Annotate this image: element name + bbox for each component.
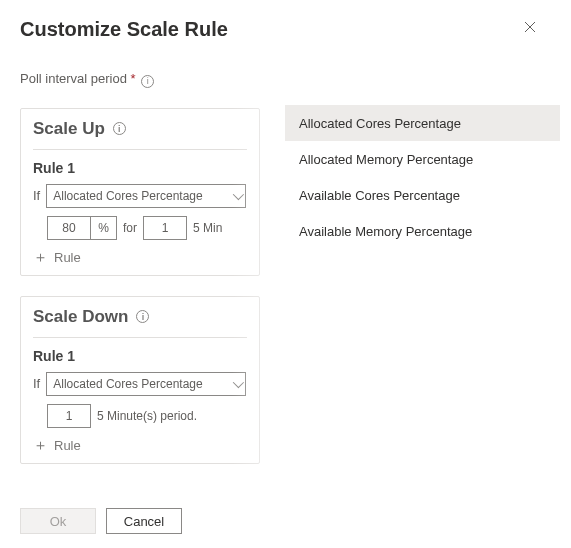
metric-select-value: Allocated Cores Percentage <box>53 189 202 203</box>
metric-dropdown-popup: Allocated Cores Percentage Allocated Mem… <box>285 105 560 249</box>
dropdown-option[interactable]: Available Cores Percentage <box>285 177 560 213</box>
ok-button[interactable]: Ok <box>20 508 96 534</box>
close-icon <box>524 21 536 33</box>
scale-down-heading: Scale Down i <box>33 307 247 338</box>
cancel-button[interactable]: Cancel <box>106 508 182 534</box>
footer: Ok Cancel <box>20 508 182 534</box>
info-icon[interactable]: i <box>141 75 154 88</box>
scale-down-rule1-title: Rule 1 <box>33 348 247 364</box>
metric-select[interactable]: Allocated Cores Percentage <box>46 372 246 396</box>
dropdown-option[interactable]: Available Memory Percentage <box>285 213 560 249</box>
duration-input[interactable] <box>143 216 187 240</box>
plus-icon: ＋ <box>33 436 48 455</box>
add-rule-label: Rule <box>54 250 81 265</box>
required-mark: * <box>131 71 136 86</box>
chevron-down-icon <box>233 188 244 199</box>
scale-up-title: Scale Up <box>33 119 105 139</box>
dropdown-option[interactable]: Allocated Memory Percentage <box>285 141 560 177</box>
duration-trail: 5 Minute(s) period. <box>97 409 197 423</box>
percent-unit: % <box>91 216 117 240</box>
duration-trail: 5 Min <box>193 221 222 235</box>
add-rule-label: Rule <box>54 438 81 453</box>
for-label: for <box>123 221 137 235</box>
scale-up-heading: Scale Up i <box>33 119 247 150</box>
scale-down-title: Scale Down <box>33 307 128 327</box>
add-rule-button[interactable]: ＋ Rule <box>33 248 247 267</box>
add-rule-button[interactable]: ＋ Rule <box>33 436 247 455</box>
scale-up-rule1-title: Rule 1 <box>33 160 247 176</box>
scale-up-rule1-row2: % for 5 Min <box>33 216 247 240</box>
if-label: If <box>33 376 40 391</box>
scale-down-section: Scale Down i Rule 1 If Allocated Cores P… <box>20 296 260 464</box>
scale-rule-panel: Customize Scale Rule Poll interval perio… <box>0 0 280 548</box>
info-icon[interactable]: i <box>113 122 126 135</box>
dropdown-option[interactable]: Allocated Cores Percentage <box>285 105 560 141</box>
close-button[interactable] <box>520 18 540 38</box>
poll-interval-label: Poll interval period * i <box>20 71 260 88</box>
metric-select-value: Allocated Cores Percentage <box>53 377 202 391</box>
threshold-input[interactable] <box>47 216 91 240</box>
info-icon[interactable]: i <box>136 310 149 323</box>
poll-interval-text: Poll interval period <box>20 71 127 86</box>
scale-up-rule1-row1: If Allocated Cores Percentage <box>33 184 247 208</box>
panel-title: Customize Scale Rule <box>20 18 260 41</box>
plus-icon: ＋ <box>33 248 48 267</box>
metric-select[interactable]: Allocated Cores Percentage <box>46 184 246 208</box>
scale-down-rule1-row1: If Allocated Cores Percentage <box>33 372 247 396</box>
scale-up-section: Scale Up i Rule 1 If Allocated Cores Per… <box>20 108 260 276</box>
duration-input[interactable] <box>47 404 91 428</box>
chevron-down-icon <box>233 376 244 387</box>
scale-down-rule1-row2: 5 Minute(s) period. <box>33 404 247 428</box>
if-label: If <box>33 188 40 203</box>
